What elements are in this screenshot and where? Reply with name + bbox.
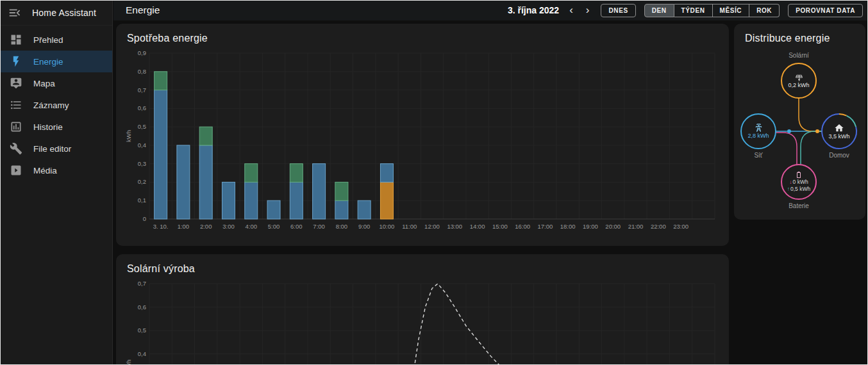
svg-text:0,6: 0,6 — [138, 104, 146, 111]
svg-text:0,1: 0,1 — [138, 197, 146, 204]
svg-text:0,5: 0,5 — [138, 327, 146, 334]
svg-text:0,7: 0,7 — [138, 280, 146, 287]
battery-node: ↓ 0 kWh ↑ 0,5 kWh — [783, 166, 815, 198]
svg-text:2:00: 2:00 — [200, 223, 212, 230]
chart-box-icon — [10, 120, 22, 133]
home-node-value: 3,5 kWh — [828, 134, 849, 140]
energy-distribution-card: Distribuce energie Solární 0,2 kWh 2,8 k… — [734, 24, 865, 220]
sidebar-item-label: Historie — [33, 122, 63, 132]
sidebar-nav: PřehledEnergieMapaZáznamyHistorieFile ed… — [0, 26, 112, 181]
svg-text:kWh: kWh — [125, 360, 132, 365]
sidebar-item-label: Mapa — [33, 79, 55, 88]
period-selector: DENTÝDENMĚSÍCROK — [644, 4, 780, 17]
sidebar-item-label: Energie — [33, 57, 63, 67]
previous-period-button[interactable]: ‹ — [564, 4, 578, 17]
battery-in-arrow: ↓ — [789, 179, 792, 186]
svg-text:0,2: 0,2 — [138, 178, 146, 185]
play-box-icon — [10, 164, 22, 177]
sidebar-item-energie[interactable]: Energie — [0, 51, 112, 72]
sidebar: Home Assistant PřehledEnergieMapaZáznamy… — [0, 0, 113, 365]
content: Spotřeba energie 00,10,20,30,40,50,60,70… — [113, 20, 868, 365]
svg-text:17:00: 17:00 — [538, 223, 553, 230]
list-icon — [10, 99, 22, 111]
battery-node-label: Baterie — [789, 202, 809, 209]
solar-node-label: Solární — [789, 52, 809, 59]
battery-icon — [795, 171, 803, 179]
energy-distribution-diagram: Solární 0,2 kWh 2,8 kWh Síť — [739, 47, 860, 212]
sidebar-header: Home Assistant — [0, 0, 112, 26]
range-button-rok[interactable]: ROK — [749, 4, 780, 17]
charts-column: Spotřeba energie 00,10,20,30,40,50,60,70… — [116, 24, 729, 365]
svg-text:kWh: kWh — [125, 130, 132, 142]
svg-text:4:00: 4:00 — [246, 223, 258, 230]
sidebar-item-label: Média — [33, 166, 57, 175]
svg-text:0,8: 0,8 — [138, 68, 146, 75]
svg-text:16:00: 16:00 — [515, 223, 530, 230]
svg-text:0: 0 — [143, 215, 146, 222]
svg-text:0,4: 0,4 — [138, 142, 146, 149]
svg-text:0,3: 0,3 — [138, 160, 146, 167]
svg-text:12:00: 12:00 — [424, 223, 440, 230]
range-button-měsíc[interactable]: MĚSÍC — [713, 4, 750, 17]
svg-text:10:00: 10:00 — [380, 223, 395, 230]
svg-text:0,9: 0,9 — [138, 49, 146, 56]
solar-production-chart[interactable]: 00,10,20,30,40,50,60,73. 10.1:002:003:00… — [125, 277, 720, 365]
battery-out-arrow: ↑ — [787, 186, 790, 193]
home-node: 3,5 kWh — [823, 115, 855, 147]
distribution-column: Distribuce energie Solární 0,2 kWh 2,8 k… — [734, 24, 865, 220]
consumption-card-title: Spotřeba energie — [127, 33, 720, 44]
svg-text:6:00: 6:00 — [290, 223, 303, 230]
home-icon — [834, 123, 844, 133]
sidebar-item-file-editor[interactable]: File editor — [0, 138, 112, 159]
sidebar-item-label: File editor — [33, 144, 71, 154]
svg-text:9:00: 9:00 — [358, 223, 371, 230]
solar-node-value: 0,2 kWh — [788, 83, 809, 89]
sidebar-item-media[interactable]: Média — [0, 159, 112, 181]
energy-consumption-card: Spotřeba energie 00,10,20,30,40,50,60,70… — [116, 24, 729, 246]
transmission-tower-icon — [754, 123, 764, 133]
menu-open-icon[interactable] — [8, 6, 22, 20]
svg-text:21:00: 21:00 — [628, 223, 644, 230]
svg-text:11:00: 11:00 — [402, 223, 417, 230]
svg-text:13:00: 13:00 — [447, 223, 462, 230]
app-title: Home Assistant — [32, 8, 96, 18]
solar-production-card: Solární výroba 00,10,20,30,40,50,60,73. … — [116, 254, 729, 365]
battery-out-value: 0,5 kWh — [790, 186, 810, 193]
wrench-icon — [10, 142, 22, 155]
battery-in-value: 0 kWh — [793, 179, 808, 186]
page-title: Energie — [126, 4, 160, 16]
svg-text:0,5: 0,5 — [138, 123, 146, 130]
range-button-týden[interactable]: TÝDEN — [674, 4, 713, 17]
svg-text:18:00: 18:00 — [560, 223, 576, 230]
topbar-controls: 3. října 2022 ‹ › DNES DENTÝDENMĚSÍCROK … — [508, 4, 863, 17]
sidebar-item-label: Záznamy — [33, 101, 69, 110]
solar-power-icon — [794, 72, 804, 82]
sidebar-item-prehled[interactable]: Přehled — [0, 29, 112, 51]
sidebar-item-label: Přehled — [33, 35, 63, 45]
svg-text:3:00: 3:00 — [222, 223, 235, 230]
view-dashboard-icon — [10, 33, 22, 46]
sidebar-item-mapa[interactable]: Mapa — [0, 72, 112, 94]
next-period-button[interactable]: › — [581, 4, 595, 17]
svg-text:22:00: 22:00 — [651, 223, 666, 230]
today-button[interactable]: DNES — [601, 4, 635, 17]
svg-text:7:00: 7:00 — [313, 223, 325, 230]
sidebar-item-zaznamy[interactable]: Záznamy — [0, 94, 112, 116]
lightning-bolt-icon — [10, 55, 22, 68]
grid-node-label: Síť — [754, 152, 762, 159]
svg-text:3. 10.: 3. 10. — [153, 223, 169, 230]
svg-text:15:00: 15:00 — [492, 223, 508, 230]
svg-text:5:00: 5:00 — [268, 223, 280, 230]
sidebar-item-historie[interactable]: Historie — [0, 116, 112, 138]
battery-out-row: ↑ 0,5 kWh — [787, 186, 810, 193]
solar-card-title: Solární výroba — [127, 263, 720, 275]
solar-node: 0,2 kWh — [783, 65, 815, 97]
energy-consumption-chart[interactable]: 00,10,20,30,40,50,60,70,80,93. 10.1:002:… — [125, 47, 720, 237]
range-button-den[interactable]: DEN — [644, 4, 674, 17]
svg-text:0,4: 0,4 — [138, 350, 146, 357]
grid-node-value: 2,8 kWh — [747, 133, 769, 140]
svg-text:8:00: 8:00 — [336, 223, 348, 230]
distribution-card-title: Distribuce energie — [745, 33, 860, 44]
compare-data-button[interactable]: POROVNAT DATA — [788, 4, 863, 17]
svg-text:0,7: 0,7 — [138, 86, 146, 93]
